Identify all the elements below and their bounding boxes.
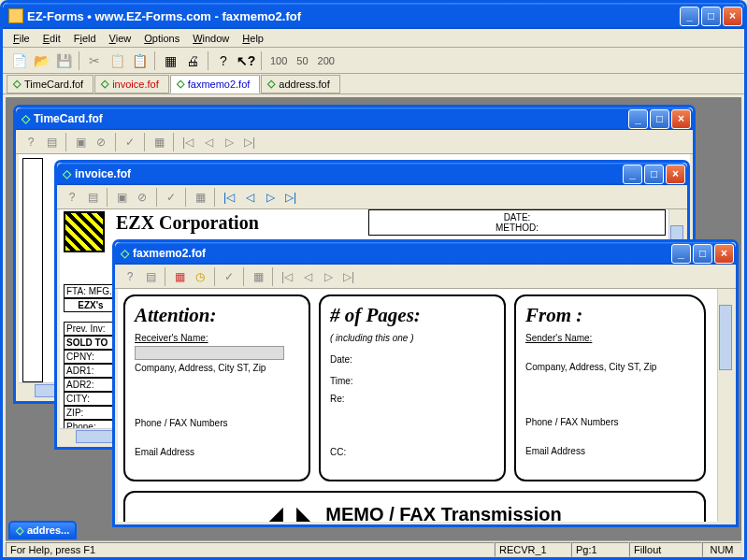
receiver-label: Receiver's Name: (135, 333, 299, 343)
first-icon[interactable]: |◁ (179, 133, 197, 151)
company-name: EZX Corporation (116, 212, 259, 234)
next-icon[interactable]: ▷ (319, 267, 338, 286)
logo-icon (64, 211, 105, 252)
last-icon[interactable]: ▷| (240, 133, 259, 151)
help-icon[interactable]: ? (22, 133, 40, 151)
menu-options[interactable]: Options (137, 31, 186, 46)
receiver-input[interactable] (135, 346, 284, 360)
preview-icon[interactable]: ▦ (160, 50, 180, 71)
calc-icon[interactable]: ▦ (191, 188, 209, 207)
status-mode: Fillout (629, 542, 702, 557)
clock-icon[interactable]: ◷ (191, 267, 209, 286)
tab-timecard[interactable]: ◇TimeCard.fof (7, 75, 93, 93)
menu-help[interactable]: Help (236, 31, 270, 46)
timecard-title: TimeCard.fof (34, 112, 103, 125)
tab-invoice[interactable]: ◇invoice.fof (94, 75, 169, 93)
tab-faxmemo[interactable]: ◇faxmemo2.fof (170, 75, 261, 93)
copy-icon[interactable]: 📋 (107, 50, 127, 71)
calc-icon[interactable]: ▦ (150, 133, 168, 151)
from-addr: Company, Address, City ST, Zip (525, 362, 695, 372)
paste-icon[interactable]: 📋 (129, 50, 150, 71)
close-button[interactable]: × (723, 7, 742, 26)
pages-box: # of Pages: ( including this one ) Date:… (319, 294, 506, 481)
check-icon[interactable]: ✓ (121, 133, 139, 151)
check-icon[interactable]: ✓ (220, 267, 238, 286)
copy-icon[interactable]: ▣ (71, 133, 90, 151)
menu-file[interactable]: File (7, 31, 36, 46)
minimize-button[interactable]: _ (680, 7, 699, 26)
next-icon[interactable]: ▷ (261, 188, 280, 207)
fax-min[interactable]: _ (671, 244, 691, 264)
prev-icon[interactable]: ◁ (298, 267, 317, 286)
help-icon[interactable]: ? (121, 267, 139, 286)
invoice-title: invoice.fof (75, 167, 131, 180)
invoice-toolbar: ? ▤ ▣ ⊘ ✓ ▦ |◁ ◁ ▷ ▷| (57, 185, 687, 209)
timecard-max[interactable]: □ (650, 109, 669, 129)
main-titlebar[interactable]: EZ-Forms • www.EZ-Forms.com - faxmemo2.f… (3, 3, 744, 29)
book-icon[interactable]: ▤ (83, 188, 102, 207)
menu-edit[interactable]: Edit (36, 31, 67, 46)
help-icon[interactable]: ? (213, 50, 234, 71)
maximize-button[interactable]: □ (701, 7, 721, 26)
last-icon[interactable]: ▷| (339, 267, 358, 286)
menu-window[interactable]: Window (186, 31, 236, 46)
status-num: NUM (702, 542, 741, 557)
cut-icon[interactable]: ✂ (84, 50, 105, 71)
from-email: Email Address (525, 446, 695, 456)
zoom-200[interactable]: 200 (314, 55, 338, 66)
tab-address[interactable]: ◇address.fof (261, 75, 339, 93)
copy-icon[interactable]: ▣ (112, 188, 131, 207)
check-icon[interactable]: ✓ (162, 188, 180, 207)
date-label: Date: (330, 354, 495, 365)
book-icon[interactable]: ▤ (42, 133, 61, 151)
app-icon (8, 8, 23, 23)
zoom-50[interactable]: 50 (293, 55, 311, 66)
context-help-icon[interactable]: ↖? (236, 50, 256, 71)
invoice-sidelabels: FTA: MFG. EZX's Prev. Inv: SOLD TO CPNY:… (64, 284, 118, 434)
help-icon[interactable]: ? (63, 188, 81, 207)
document-tabs: ◇TimeCard.fof ◇invoice.fof ◇faxmemo2.fof… (3, 74, 744, 94)
timecard-toolbar: ? ▤ ▣ ⊘ ✓ ▦ |◁ ◁ ▷ ▷| (16, 130, 693, 154)
stop-icon[interactable]: ⊘ (133, 188, 151, 207)
cal-icon[interactable]: ▦ (170, 267, 189, 286)
child-faxmemo[interactable]: ◇ faxmemo2.fof _ □ × ? ▤ ▦ ◷ ✓ ▦ |◁ (112, 239, 739, 527)
time-label: Time: (330, 376, 495, 386)
last-icon[interactable]: ▷| (281, 188, 300, 207)
zoom-100[interactable]: 100 (266, 55, 291, 66)
timecard-close[interactable]: × (671, 109, 691, 129)
next-icon[interactable]: ▷ (220, 133, 238, 151)
fax-close[interactable]: × (714, 244, 734, 264)
memo-title: MEMO / FAX Transmission (325, 504, 561, 523)
menubar: File Edit Field View Options Window Help (3, 29, 744, 48)
fax-vscroll[interactable] (717, 289, 733, 522)
stop-icon[interactable]: ⊘ (92, 133, 110, 151)
re-label: Re: (330, 394, 495, 404)
menu-view[interactable]: View (103, 31, 138, 46)
fax-toolbar: ? ▤ ▦ ◷ ✓ ▦ |◁ ◁ ▷ ▷| (115, 265, 736, 289)
invoice-titlebar[interactable]: ◇ invoice.fof _ □ × (57, 163, 687, 185)
open-icon[interactable]: 📂 (31, 50, 51, 71)
book-icon[interactable]: ▤ (141, 267, 160, 286)
fax-title: faxmemo2.fof (133, 247, 206, 260)
child-address-min[interactable]: ◇addres... (8, 521, 77, 539)
new-icon[interactable]: 📄 (8, 50, 29, 71)
from-phone: Phone / FAX Numbers (525, 417, 695, 427)
print-icon[interactable]: 🖨 (182, 50, 203, 71)
invoice-close[interactable]: × (666, 165, 685, 184)
timecard-titlebar[interactable]: ◇ TimeCard.fof _ □ × (16, 108, 693, 130)
menu-field[interactable]: Field (67, 31, 103, 46)
prev-icon[interactable]: ◁ (240, 188, 259, 207)
timecard-min[interactable]: _ (628, 109, 648, 129)
invoice-max[interactable]: □ (644, 165, 664, 184)
status-recv: RECVR_1 (495, 542, 571, 557)
fax-max[interactable]: □ (693, 244, 712, 264)
prev-icon[interactable]: ◁ (199, 133, 218, 151)
calc-icon[interactable]: ▦ (249, 267, 267, 286)
first-icon[interactable]: |◁ (220, 188, 238, 207)
first-icon[interactable]: |◁ (278, 267, 296, 286)
attention-phone: Phone / FAX Numbers (135, 418, 299, 428)
save-icon[interactable]: 💾 (53, 50, 74, 71)
attention-box: Attention: Receiver's Name: Company, Add… (123, 294, 310, 481)
invoice-min[interactable]: _ (623, 165, 642, 184)
fax-titlebar[interactable]: ◇ faxmemo2.fof _ □ × (115, 242, 736, 265)
